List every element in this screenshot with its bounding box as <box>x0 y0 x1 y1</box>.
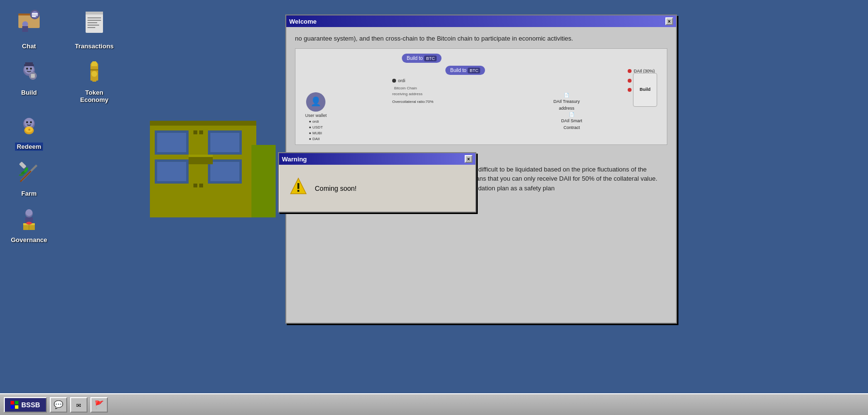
svg-rect-42 <box>19 161 27 169</box>
svg-rect-26 <box>29 75 31 77</box>
svg-point-36 <box>26 121 28 123</box>
welcome-body-text: no guarantee system), and then cross-cha… <box>295 34 667 43</box>
icon-chat[interactable]: Chat <box>10 10 48 50</box>
start-label: BSSB <box>21 401 40 409</box>
svg-rect-5 <box>32 14 38 15</box>
svg-rect-69 <box>193 184 197 187</box>
svg-rect-4 <box>32 13 38 14</box>
icon-governance[interactable]: Governance <box>10 207 48 243</box>
svg-rect-30 <box>92 61 96 64</box>
warning-icon <box>290 177 307 200</box>
warning-title: Warning <box>282 156 307 163</box>
svg-rect-59 <box>157 162 186 181</box>
svg-rect-68 <box>199 130 203 134</box>
desktop-icons: Chat Transactions <box>10 10 116 243</box>
icon-redeem[interactable]: ★ Redeem <box>10 113 48 151</box>
icon-farm[interactable]: Farm <box>10 160 48 197</box>
pixel-building <box>140 106 280 227</box>
taskbar-chat-btn[interactable]: 💬 <box>50 397 67 413</box>
svg-rect-21 <box>25 62 33 65</box>
governance-icon <box>16 207 42 234</box>
chat-icon <box>16 10 42 41</box>
svg-rect-65 <box>189 155 213 157</box>
token-economy-icon <box>82 59 107 87</box>
svg-rect-14 <box>88 25 99 26</box>
icon-transactions[interactable]: Transactions <box>73 10 116 50</box>
warning-message: Coming soon! <box>315 185 356 192</box>
svg-rect-15 <box>88 27 95 28</box>
icon-token-economy[interactable]: Token Economy <box>73 59 116 103</box>
svg-rect-75 <box>15 401 18 404</box>
svg-rect-33 <box>90 69 98 71</box>
svg-rect-32 <box>92 79 96 82</box>
svg-rect-27 <box>35 75 37 77</box>
svg-point-48 <box>26 209 32 216</box>
svg-point-35 <box>24 118 34 128</box>
bssb-logo-icon <box>11 401 18 409</box>
diagram-area: Build to BTC Build to BTC 👤 User wallet … <box>295 48 667 145</box>
svg-point-23 <box>30 73 35 78</box>
svg-rect-57 <box>157 133 186 152</box>
svg-rect-73 <box>297 190 299 192</box>
svg-rect-76 <box>11 405 14 409</box>
svg-rect-12 <box>88 20 101 21</box>
svg-rect-10 <box>86 12 103 14</box>
svg-point-37 <box>30 121 32 123</box>
transactions-label: Transactions <box>75 43 114 50</box>
governance-label: Governance <box>11 236 47 243</box>
svg-rect-66 <box>251 145 276 217</box>
redeem-label: Redeem <box>15 143 44 151</box>
svg-rect-67 <box>193 130 197 134</box>
farm-label: Farm <box>21 190 37 197</box>
welcome-titlebar: Welcome × <box>286 15 676 27</box>
svg-rect-70 <box>199 184 203 187</box>
svg-rect-63 <box>210 162 239 181</box>
start-button[interactable]: BSSB <box>4 397 47 413</box>
svg-point-18 <box>26 68 28 70</box>
svg-rect-25 <box>32 78 34 80</box>
svg-rect-74 <box>11 401 14 404</box>
svg-point-19 <box>30 68 32 70</box>
svg-rect-72 <box>297 183 299 189</box>
taskbar: BSSB 💬 ✉️ 🚩 <box>0 393 868 415</box>
svg-rect-8 <box>22 26 28 32</box>
icon-build[interactable]: Build <box>10 59 48 96</box>
warning-close-btn[interactable]: × <box>465 155 472 163</box>
welcome-title: Welcome <box>289 18 317 25</box>
svg-rect-11 <box>88 17 101 18</box>
taskbar-flag-btn[interactable]: 🚩 <box>90 397 108 413</box>
svg-text:★: ★ <box>28 128 31 132</box>
taskbar-mail-btn[interactable]: ✉️ <box>70 397 88 413</box>
svg-rect-6 <box>32 16 36 17</box>
svg-rect-24 <box>32 72 34 74</box>
transactions-icon <box>82 10 107 41</box>
build-icon <box>16 59 42 87</box>
svg-rect-55 <box>150 121 256 126</box>
welcome-close-btn[interactable]: × <box>665 17 673 25</box>
warning-dialog: Warning × Coming soon! <box>278 152 476 213</box>
redeem-icon: ★ <box>16 113 42 141</box>
warning-titlebar: Warning × <box>279 153 475 165</box>
svg-rect-13 <box>88 22 97 23</box>
svg-point-53 <box>26 222 32 225</box>
farm-icon <box>16 160 42 188</box>
svg-rect-61 <box>210 133 239 152</box>
svg-rect-77 <box>15 405 18 409</box>
chat-label: Chat <box>22 43 36 50</box>
token-economy-label: Token Economy <box>73 89 116 103</box>
warning-content: Coming soon! <box>279 165 475 212</box>
svg-point-31 <box>91 71 97 77</box>
build-label: Build <box>21 89 37 96</box>
